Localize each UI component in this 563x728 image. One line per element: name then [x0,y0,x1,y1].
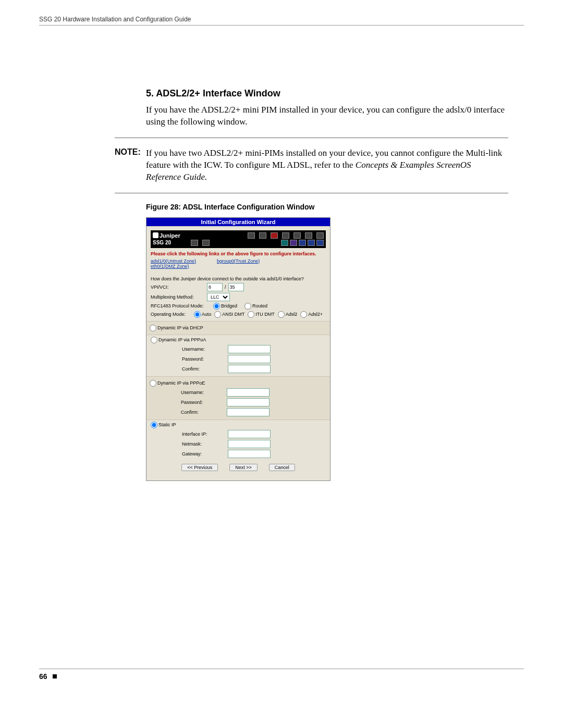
wizard-window: Initial Configuration Wizard Juniper [146,217,331,481]
rfc-label: RFC1483 Protocol Mode: [151,303,213,309]
divider [115,138,508,138]
pppoe-confirm-label: Confirm: [181,410,227,415]
ip-dhcp-label: Dynamic IP via DHCP [157,325,203,330]
op-ansi-radio[interactable] [214,311,221,318]
port-icon [271,232,278,239]
link-adsl-untrust[interactable]: adsl1/0(Untrust Zone) [151,258,196,264]
running-header: SSG 20 Hardware Installation and Configu… [39,16,524,26]
pppoa-username-input[interactable] [228,345,271,353]
instruction-text: Please click the following links or the … [151,251,326,256]
pppoe-password-label: Password: [181,400,227,405]
note-body: If you have two ADSL2/2+ mini-PIMs insta… [146,147,508,183]
ip-pppoa-radio[interactable] [151,337,157,343]
ip-pppoe-label: Dynamic IP via PPPoE [157,380,205,386]
static-gateway-label: Gateway: [182,451,228,456]
static-ifaceip-input[interactable] [228,430,271,438]
pppoe-username-label: Username: [181,390,227,395]
port-icon [293,232,301,239]
link-bgroup-trust[interactable]: bgroup0(Trust Zone) [217,258,260,264]
section-paragraph: If you have the ADSL2/2+ mini PIM instal… [146,104,508,128]
port-icon [191,240,198,246]
op-adsl2p-radio[interactable] [300,311,307,318]
note-block: NOTE: If you have two ADSL2/2+ mini-PIMs… [115,147,508,183]
port-icon [248,232,255,239]
static-gateway-input[interactable] [228,450,271,458]
brand-text: Juniper [160,232,180,239]
vci-input[interactable] [228,283,244,291]
pppoe-password-input[interactable] [227,398,270,406]
next-button[interactable]: Next >> [229,464,258,471]
mux-select[interactable]: LLC [207,293,230,301]
vpi-input[interactable] [207,283,223,291]
ip-pppoa-label: Dynamic IP via PPPoA [158,337,206,342]
opmode-label: Operating Mode: [151,312,194,317]
ip-pppoe-radio[interactable] [150,380,156,387]
pppoa-confirm-input[interactable] [228,365,271,373]
pppoe-username-input[interactable] [227,388,270,397]
wizard-title: Initial Configuration Wizard [146,218,330,226]
figure-caption: Figure 28: ADSL Interface Configuration … [146,203,508,211]
pppoa-password-label: Password: [182,356,228,362]
static-ifaceip-label: Interface IP: [182,431,228,437]
port-icon [259,232,266,239]
vpi-label: VPI/VCI: [151,285,207,290]
device-bar: Juniper SSG 20 [151,230,326,248]
footer-square-icon [53,674,57,678]
rfc-bridged-radio[interactable] [213,303,220,310]
pppoa-password-input[interactable] [228,355,271,363]
port-icon [305,232,312,239]
pppoe-confirm-input[interactable] [227,408,270,416]
rfc-bridged-label: Bridged [221,303,237,309]
brand-logo: Juniper [153,232,180,239]
connect-question: How does the Juniper device connect to t… [151,276,326,281]
page-footer: 66 [39,669,524,681]
rfc-routed-radio[interactable] [244,303,251,310]
port-icon [308,240,315,246]
port-icon [282,232,289,239]
static-netmask-input[interactable] [228,440,271,448]
op-auto-radio[interactable] [194,311,201,318]
pppoa-username-label: Username: [182,347,228,352]
device-name: SSG 20 [153,240,171,245]
vpi-sep: / [225,285,226,290]
juniper-icon [153,232,158,238]
previous-button[interactable]: << Previous [181,464,218,471]
ip-dhcp-radio[interactable] [150,325,156,331]
rfc-routed-label: Routed [252,303,267,309]
static-netmask-label: Netmask: [182,441,228,447]
op-adsl2-radio[interactable] [278,311,285,318]
page-number: 66 [39,672,47,681]
port-icon [316,240,324,246]
divider [115,193,508,193]
section-title: 5. ADSL2/2+ Interface Window [146,88,508,99]
mux-label: Multiplexing Method: [151,294,207,300]
pppoa-confirm-label: Confirm: [182,366,228,372]
ip-static-label: Static IP [158,422,176,427]
op-itu-radio[interactable] [248,311,254,318]
link-eth-dmz[interactable]: eth0/1(DMZ Zone) [151,264,189,269]
cancel-button[interactable]: Cancel [269,464,295,471]
port-icon [290,240,297,246]
port-icon [281,240,288,246]
port-icon [202,240,210,246]
port-icon [316,232,324,239]
ip-static-radio[interactable] [151,422,157,428]
note-label: NOTE: [115,147,146,157]
port-icon [299,240,306,246]
